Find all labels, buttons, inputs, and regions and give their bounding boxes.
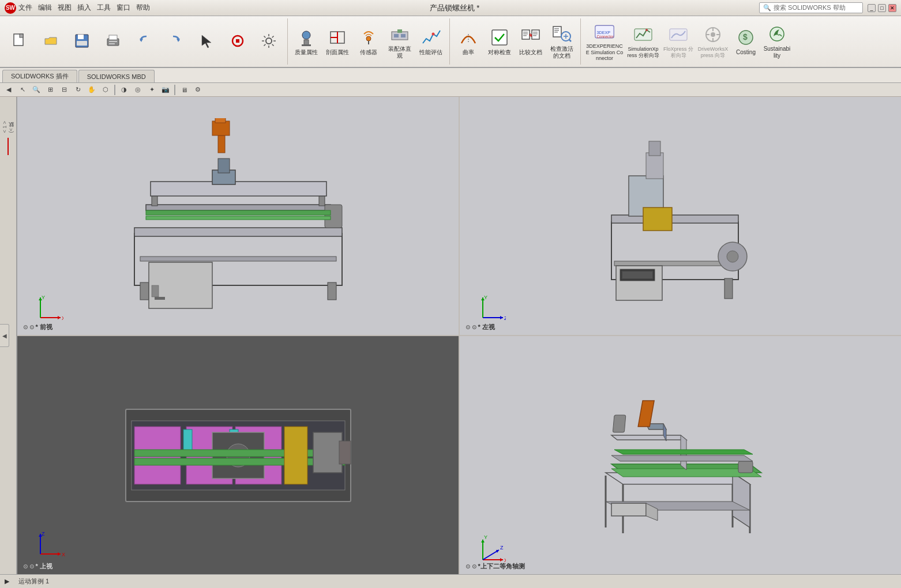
check-button[interactable]: 对称检查 [485,21,515,62]
svg-rect-39 [554,28,559,29]
monitor-button[interactable]: 🖥 [178,84,190,96]
check-active-button[interactable]: 检查激活的文档 [547,21,577,62]
left-panel: ◀ < 1 > (默认< [0,97,17,574]
undo-button[interactable] [129,21,159,62]
top-eye-icon: ⊙ ⊙ [23,563,36,570]
simxpress-button[interactable]: SimulationXpress 分析向导 [626,21,660,62]
svg-text:Z: Z [42,531,45,537]
print-button[interactable] [98,21,128,62]
panel-label: < 1 > (默认< [2,119,15,133]
svg-line-154 [483,550,499,560]
section-view-button[interactable]: ✦ [145,84,158,96]
iso-axes: X Y Z [477,534,506,563]
svg-rect-1 [20,34,23,37]
zoom-prev-button[interactable]: ⊟ [58,84,70,96]
panel-collapse-icon: ◀ [2,333,7,339]
svg-rect-7 [109,43,115,44]
svg-marker-147 [611,455,753,461]
compare-doc-button[interactable]: 比较文档 [516,21,546,62]
left-view-drawing [542,118,819,314]
3dexp-button[interactable]: 3DEXPConnector 3DEXPERIENCE Simulation C… [584,21,625,62]
svg-rect-99 [643,208,672,231]
rotate-button[interactable]: ↻ [72,84,84,96]
tab-solidworks-plugins[interactable]: SOLIDWORKS 插件 [2,70,77,82]
check-group: 曲率 对称检查 比较文档 检查激活的文档 [453,18,581,65]
viewport-iso[interactable]: X Y Z ⊙ ⊙ *上下二等角轴测 [460,336,901,574]
minimize-button[interactable]: _ [868,4,876,12]
sensors-button[interactable]: 传感器 [354,21,384,62]
select-button[interactable] [192,21,222,62]
undo-icon [134,31,155,51]
svg-text:Y: Y [484,534,487,540]
motion-study-label[interactable]: 运动算例 1 [18,577,49,586]
sustainability-button[interactable]: Sustainability [762,21,792,62]
driveworks-button[interactable]: DriveWorksXpress 向导 [696,21,730,62]
svg-marker-149 [500,558,503,561]
check-label: 对称检查 [488,49,511,56]
svg-marker-82 [58,316,61,319]
costing-icon: $ [735,27,756,48]
pan-button[interactable]: ✋ [85,84,98,96]
hide-show-button[interactable]: ◎ [132,84,144,96]
new-button[interactable] [5,21,35,62]
mass-props-button[interactable]: 质量属性 [291,21,321,62]
svg-text:X: X [62,315,63,321]
open-button[interactable] [36,21,66,62]
redo-button[interactable] [160,21,190,62]
zoom-region-button[interactable]: 🔍 [30,84,43,96]
viewport-front[interactable]: X Y ⊙ ⊙ * 前视 [17,97,459,335]
svg-text:$: $ [743,32,748,42]
save-button[interactable] [67,21,97,62]
rebuild-button[interactable] [223,21,253,62]
rebuild-icon [227,31,248,51]
svg-rect-25 [401,34,406,37]
curvature-button[interactable]: 曲率 [453,21,483,62]
panel-collapse-button[interactable]: ◀ [0,324,9,347]
svg-rect-29 [492,30,507,45]
settings-view-button[interactable]: ⚙ [192,84,204,96]
display-style-button[interactable]: ◑ [118,84,130,96]
maximize-button[interactable]: □ [878,4,886,12]
svg-text:Connector: Connector [597,35,614,39]
tab-solidworks-mbd[interactable]: SOLIDWORKS MBD [78,70,155,82]
tab-bar: SOLIDWORKS 插件 SOLIDWORKS MBD [0,68,901,83]
viewport-left[interactable]: Z Y ⊙ ⊙ * 左视 [460,97,901,335]
simxpress-icon [633,24,654,45]
perf-button[interactable]: 性能评估 [416,21,446,62]
view3d-button[interactable]: ⬡ [99,84,112,96]
sustainability-label: Sustainability [763,46,791,59]
floxpress-button[interactable]: FloXpress 分析向导 [662,21,695,62]
toolbar-divider [114,85,115,95]
costing-button[interactable]: $ Costing [731,21,761,62]
svg-rect-34 [532,30,539,39]
svg-rect-76 [218,135,225,153]
svg-rect-119 [284,427,307,484]
close-button[interactable]: ✕ [888,4,896,12]
svg-rect-40 [554,30,559,31]
floxpress-icon [668,24,689,45]
svg-marker-11 [202,35,211,48]
svg-rect-30 [522,30,530,39]
svg-text:Y: Y [42,295,45,300]
svg-marker-139 [611,435,686,440]
svg-marker-123 [58,552,61,556]
svg-text:X: X [62,552,65,557]
section-props-button[interactable]: 剖面属性 [322,21,352,62]
svg-text:Z: Z [504,315,506,321]
perf-label: 性能评估 [419,49,442,56]
select-mode-button[interactable]: ↖ [16,84,29,96]
search-box[interactable]: 🔍 搜索 SOLIDWORKS 帮助 [759,2,863,13]
expand-arrow[interactable]: ▶ [5,578,9,585]
options-button[interactable] [254,21,284,62]
camera-button[interactable]: 📷 [159,84,172,96]
svg-point-101 [727,251,738,262]
svg-rect-113 [183,429,192,453]
assembly-button[interactable]: 装配体直观 [385,21,415,62]
svg-point-53 [711,32,715,37]
svg-rect-120 [313,432,342,473]
svg-rect-74 [152,285,159,297]
collapse-left-button[interactable]: ◀ [2,84,15,96]
3dexp-label: 3DEXPERIENCE Simulation Connector [585,43,624,62]
zoom-fit-button[interactable]: ⊞ [44,84,57,96]
viewport-top[interactable]: X Z ⊙ ⊙ * 上视 [17,336,459,574]
